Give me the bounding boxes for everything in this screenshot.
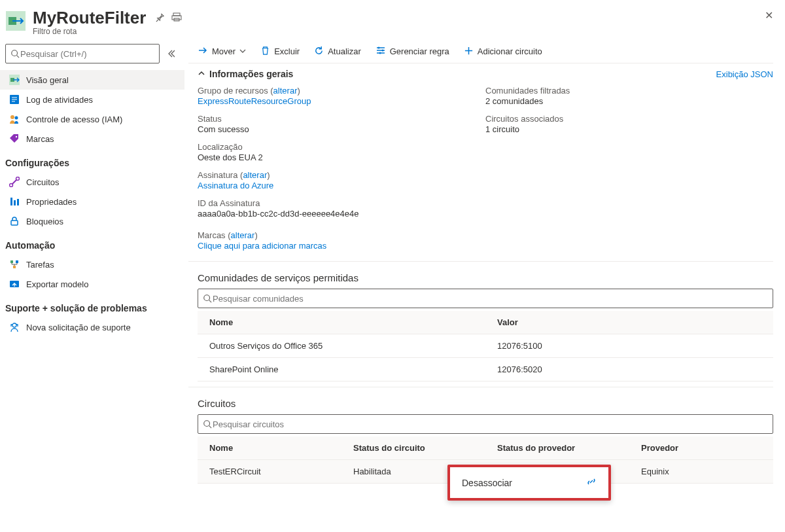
table-row[interactable]: Outros Serviços do Office 365 12076:5100 [198, 334, 773, 358]
sidebar-item-export-template[interactable]: Exportar modelo [0, 274, 184, 294]
subscription-value[interactable]: Assinatura do Azure [198, 181, 485, 190]
support-icon [9, 322, 20, 332]
menu-search-input[interactable] [5, 44, 160, 63]
svg-point-27 [204, 421, 210, 427]
tags-icon [9, 133, 20, 144]
communities-section-title: Comunidades de serviços permitidas [198, 267, 773, 289]
manage-rule-icon [375, 45, 386, 58]
filtered-communities-value: 2 comunidades [485, 96, 773, 106]
essentials-title: Informações gerais [209, 69, 293, 79]
sidebar-item-iam[interactable]: Controle de acesso (IAM) [0, 109, 184, 129]
circuits-section: Circuitos Nome Status do circuito Status… [188, 387, 773, 489]
resource-header: MyRouteFilter Filtro de rota ✕ [0, 0, 785, 40]
column-header-circuit-status[interactable]: Status do circuito [341, 436, 485, 460]
sidebar-item-label: Propriedades [26, 197, 77, 207]
change-rg-link[interactable]: alterar [273, 86, 298, 96]
svg-point-22 [12, 323, 16, 327]
main-content: Mover Excluir Atualizar [188, 40, 785, 489]
column-header-name[interactable]: Nome [198, 311, 485, 334]
tags-value[interactable]: Clique aqui para adicionar marcas [198, 241, 485, 251]
associated-circuits-label: Circuitos associados [485, 114, 773, 124]
sidebar-item-tasks[interactable]: Tarefas [0, 255, 184, 274]
svg-rect-17 [11, 221, 18, 225]
table-row[interactable]: SharePoint Online 12076:5020 [198, 358, 773, 381]
circuits-section-title: Circuitos [198, 393, 773, 414]
sidebar-item-label: Circuitos [26, 177, 60, 187]
tags-label: Marcas (alterar) [198, 230, 485, 240]
svg-rect-14 [10, 198, 12, 205]
svg-rect-3 [172, 16, 181, 20]
svg-point-24 [381, 50, 383, 52]
sidebar-item-label: Log de atividades [26, 95, 93, 105]
sidebar-section-settings: Configurações [0, 149, 184, 172]
sidebar-item-label: Controle de acesso (IAM) [26, 115, 122, 124]
activity-log-icon [9, 94, 20, 105]
route-filter-small-icon [9, 75, 20, 85]
sidebar-item-properties[interactable]: Propriedades [0, 192, 184, 211]
resource-type-label: Filtro de rota [33, 27, 765, 36]
move-icon [198, 45, 208, 58]
communities-section: Comunidades de serviços permitidas Nome … [188, 261, 773, 387]
subscription-label: Assinatura (alterar) [198, 170, 485, 180]
subscription-id-value: aaaa0a0a-bb1b-cc2c-dd3d-eeeeee4e4e4e [198, 209, 485, 219]
print-icon[interactable] [171, 12, 182, 24]
sidebar-item-tags[interactable]: Marcas [0, 129, 184, 149]
circuits-search-input[interactable] [198, 414, 773, 434]
sidebar-item-overview[interactable]: Visão geral [0, 70, 184, 90]
sidebar-item-label: Marcas [26, 134, 54, 144]
sidebar-item-locks[interactable]: Bloqueios [0, 211, 184, 231]
add-circuit-button[interactable]: Adicionar circuito [464, 46, 542, 58]
change-subscription-link[interactable]: alterar [243, 170, 267, 180]
search-icon [202, 419, 213, 429]
communities-table: Nome Valor Outros Serviços do Office 365… [198, 311, 773, 381]
svg-point-5 [12, 50, 18, 56]
resource-group-value[interactable]: ExpressRouteResourceGroup [198, 96, 485, 106]
sidebar-item-label: Visão geral [26, 75, 69, 85]
dissociate-icon [586, 476, 597, 489]
svg-rect-18 [10, 260, 13, 263]
column-header-name[interactable]: Nome [198, 436, 341, 460]
communities-search-input[interactable] [198, 289, 773, 308]
sidebar-collapse-button[interactable] [162, 44, 179, 63]
circuits-icon [9, 177, 20, 187]
tasks-icon [9, 259, 20, 270]
refresh-button[interactable]: Atualizar [314, 46, 361, 58]
svg-rect-16 [17, 199, 19, 205]
delete-button[interactable]: Excluir [260, 46, 300, 58]
svg-point-23 [377, 47, 379, 49]
refresh-icon [314, 46, 324, 58]
add-icon [464, 46, 474, 58]
filtered-communities-label: Comunidades filtradas [485, 86, 773, 96]
svg-point-13 [16, 177, 20, 181]
json-view-link[interactable]: Exibição JSON [716, 69, 773, 79]
svg-rect-15 [14, 200, 16, 205]
dissociate-menu-item[interactable]: Desassociar [450, 467, 608, 498]
change-tags-link[interactable]: alterar [231, 230, 255, 240]
sidebar-item-label: Exportar modelo [26, 279, 88, 289]
manage-rule-button[interactable]: Gerenciar regra [375, 45, 449, 58]
svg-point-10 [15, 116, 18, 120]
column-header-provider[interactable]: Provedor [629, 436, 773, 460]
context-menu: Desassociar [447, 465, 611, 501]
sidebar-item-new-support-request[interactable]: Nova solicitação de suporte [0, 317, 184, 337]
move-button[interactable]: Mover [198, 45, 246, 58]
sidebar-item-label: Bloqueios [26, 217, 63, 226]
column-header-value[interactable]: Valor [485, 311, 773, 334]
chevron-up-icon[interactable] [198, 69, 205, 79]
status-label: Status [198, 114, 485, 124]
svg-rect-19 [16, 260, 18, 263]
route-filter-icon [5, 10, 26, 31]
essentials-panel: Informações gerais Exibição JSON Grupo d… [188, 63, 773, 261]
page-title: MyRouteFilter [33, 8, 146, 28]
close-icon[interactable]: ✕ [765, 9, 773, 22]
chevron-down-icon [239, 46, 246, 56]
sidebar-item-label: Tarefas [26, 260, 54, 270]
pin-icon[interactable] [155, 12, 165, 24]
svg-point-26 [204, 295, 210, 301]
properties-icon [9, 196, 20, 207]
sidebar-item-activity-log[interactable]: Log de atividades [0, 90, 184, 109]
column-header-provider-status[interactable]: Status do provedor [485, 436, 629, 460]
sidebar-item-circuits[interactable]: Circuitos [0, 172, 184, 192]
command-bar: Mover Excluir Atualizar [188, 40, 773, 63]
location-value: Oeste dos EUA 2 [198, 152, 485, 162]
